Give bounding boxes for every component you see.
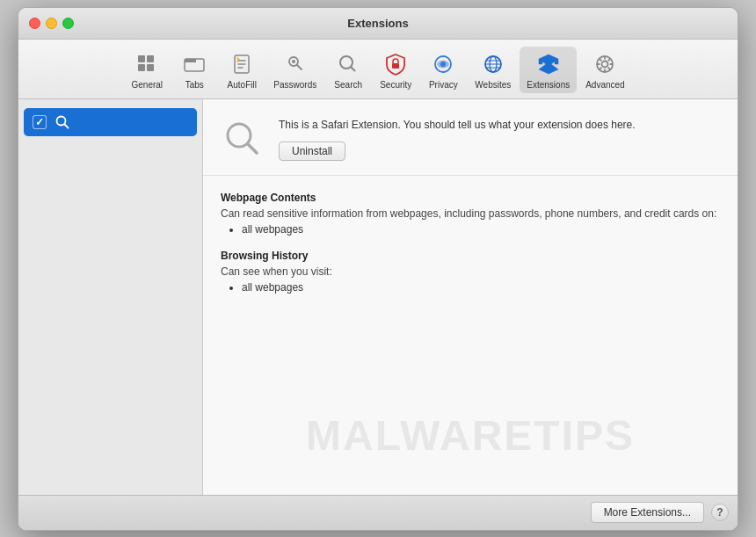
extension-item-search[interactable]: ✓: [24, 108, 197, 136]
toolbar-item-privacy[interactable]: Privacy: [420, 47, 466, 93]
svg-line-25: [608, 58, 611, 61]
more-extensions-button[interactable]: More Extensions...: [591, 502, 704, 523]
advanced-icon: [591, 50, 619, 78]
svg-point-7: [292, 60, 295, 63]
permission-group-webpage: Webpage Contents Can read sensitive info…: [221, 192, 720, 236]
minimize-button[interactable]: [46, 18, 57, 29]
svg-rect-3: [147, 64, 154, 71]
permission-list-webpage: all webpages: [221, 223, 720, 236]
extension-checkbox[interactable]: ✓: [33, 115, 47, 129]
permission-title-history: Browsing History: [221, 250, 720, 262]
extension-header-section: This is a Safari Extension. You should t…: [203, 99, 738, 176]
general-icon: [133, 50, 161, 78]
toolbar-item-advanced[interactable]: Advanced: [578, 47, 631, 93]
security-label: Security: [380, 80, 411, 90]
autofill-label: AutoFill: [228, 80, 257, 90]
main-content: ✓ MALWARETIPS: [18, 99, 738, 495]
toolbar: General Tabs: [18, 40, 738, 99]
search-icon: [334, 50, 362, 78]
toolbar-item-general[interactable]: General: [124, 47, 170, 93]
extensions-label: Extensions: [527, 80, 570, 90]
safari-preferences-window: Extensions General: [18, 7, 738, 531]
toolbar-item-passwords[interactable]: Passwords: [266, 47, 323, 93]
toolbar-items: General Tabs: [124, 47, 631, 93]
privacy-label: Privacy: [429, 80, 458, 90]
toolbar-item-autofill[interactable]: AutoFill: [219, 47, 265, 93]
permission-group-history: Browsing History Can see when you visit:…: [221, 250, 720, 294]
svg-line-23: [600, 58, 602, 61]
permission-desc-webpage: Can read sensitive information from webp…: [221, 207, 720, 220]
advanced-label: Advanced: [585, 80, 624, 90]
svg-line-24: [608, 67, 611, 69]
title-bar: Extensions: [18, 8, 738, 40]
svg-rect-1: [138, 64, 145, 71]
extension-big-icon: [221, 117, 265, 161]
detail-content: This is a Safari Extension. You should t…: [203, 99, 738, 323]
toolbar-item-search[interactable]: Search: [325, 47, 371, 93]
svg-rect-0: [138, 55, 145, 62]
svg-rect-2: [147, 55, 154, 62]
zoom-button[interactable]: [62, 18, 74, 29]
privacy-icon: [429, 50, 457, 78]
extensions-sidebar: ✓: [18, 99, 203, 495]
svg-line-26: [600, 67, 602, 69]
tabs-label: Tabs: [185, 80, 204, 90]
extension-info: This is a Safari Extension. You should t…: [279, 117, 720, 161]
list-item: all webpages: [242, 223, 720, 236]
svg-rect-9: [392, 63, 399, 69]
traffic-lights: [29, 18, 74, 29]
extensions-icon: [534, 50, 563, 78]
toolbar-item-extensions[interactable]: Extensions: [520, 47, 577, 93]
bottom-bar: More Extensions... ?: [18, 495, 738, 530]
toolbar-item-websites[interactable]: Websites: [468, 47, 518, 93]
search-label: Search: [334, 80, 362, 90]
svg-point-11: [440, 62, 446, 67]
help-button[interactable]: ?: [711, 504, 729, 521]
toolbar-item-security[interactable]: Security: [373, 47, 418, 93]
window-title: Extensions: [347, 17, 408, 30]
detail-panel: MALWARETIPS This is a Safari Extension. …: [203, 99, 738, 495]
list-item: all webpages: [242, 281, 720, 294]
permissions-section: Webpage Contents Can read sensitive info…: [203, 176, 738, 323]
passwords-label: Passwords: [273, 80, 316, 90]
tabs-icon: [180, 50, 208, 78]
close-button[interactable]: [29, 18, 40, 29]
permission-list-history: all webpages: [221, 281, 720, 294]
toolbar-item-tabs[interactable]: Tabs: [171, 47, 217, 93]
extension-small-icon: [54, 113, 71, 131]
autofill-icon: [228, 50, 256, 78]
passwords-icon: [281, 50, 309, 78]
permission-title-webpage: Webpage Contents: [221, 192, 720, 204]
uninstall-button[interactable]: Uninstall: [279, 142, 345, 161]
security-icon: [382, 50, 410, 78]
general-label: General: [132, 80, 164, 90]
websites-icon: [479, 50, 507, 78]
extension-description: This is a Safari Extension. You should t…: [279, 117, 720, 133]
permission-desc-history: Can see when you visit:: [221, 265, 720, 278]
watermark: MALWARETIPS: [203, 411, 738, 460]
checkmark-icon: ✓: [35, 116, 44, 128]
svg-point-18: [602, 61, 608, 67]
websites-label: Websites: [475, 80, 511, 90]
